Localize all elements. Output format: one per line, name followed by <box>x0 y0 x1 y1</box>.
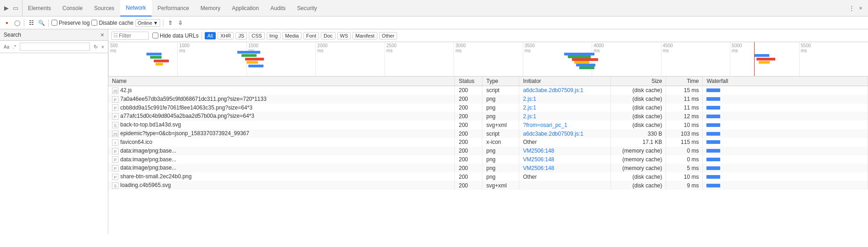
filter-type-doc[interactable]: Doc <box>321 32 336 39</box>
cell-initiator[interactable]: 2.js:1 <box>519 104 611 112</box>
close-devtools-icon[interactable]: × <box>857 5 864 12</box>
record-button[interactable]: ● <box>3 19 11 27</box>
cell-initiator[interactable]: ?from=osari_pc_1 <box>519 121 611 129</box>
tab-elements[interactable]: Elements <box>22 0 57 16</box>
file-type-icon: P <box>112 113 118 120</box>
filter-type-font[interactable]: Font <box>303 32 319 39</box>
tab-audits[interactable]: Audits <box>265 0 291 16</box>
inspect-icon[interactable]: ▶ <box>3 5 10 12</box>
cell-initiator[interactable]: a6dc3abe.2db07509.js:1 <box>519 129 611 138</box>
aa-option[interactable]: Aa <box>4 44 9 49</box>
tab-bar: ▶ ▭ Elements Console Sources Network Per… <box>0 0 868 16</box>
col-header-type[interactable]: Type <box>482 77 519 86</box>
tab-network[interactable]: Network <box>120 0 152 16</box>
disable-cache-label[interactable]: Disable cache <box>91 20 133 26</box>
tab-memory[interactable]: Memory <box>195 0 226 16</box>
filter-type-css[interactable]: CSS <box>249 32 265 39</box>
filter-type-other[interactable]: Other <box>379 32 398 39</box>
search-input[interactable] <box>22 44 88 50</box>
stop-button[interactable]: ◯ <box>13 19 21 27</box>
cell-initiator[interactable]: 2.js:1 <box>519 112 611 121</box>
cell-initiator[interactable]: VM2506:148 <box>519 155 611 164</box>
col-header-initiator[interactable]: Initiator <box>519 77 611 86</box>
table-row[interactable]: Pdata:image/png;base...200pngVM2506:148(… <box>108 155 868 164</box>
tab-application[interactable]: Application <box>226 0 265 16</box>
hide-data-urls-label[interactable]: Hide data URLs <box>152 33 199 39</box>
chart-bar <box>759 61 770 64</box>
table-row[interactable]: Sloading.c4b5965.svg200svg+xml(disk cach… <box>108 181 868 190</box>
initiator-link[interactable]: a6dc3abe.2db07509.js:1 <box>523 131 583 137</box>
table-row[interactable]: Pcbb8dd9a15c991fe7061f8ee14063c35.png?si… <box>108 104 868 112</box>
file-type-icon: P <box>112 96 118 103</box>
cell-initiator <box>519 181 611 190</box>
preserve-log-checkbox[interactable] <box>51 20 57 26</box>
device-icon[interactable]: ▭ <box>12 5 19 12</box>
filter-type-img[interactable]: Img <box>267 32 280 39</box>
initiator-link[interactable]: VM2506:148 <box>523 165 554 171</box>
table-row[interactable]: JSepidemic?type=0&cb=jsonp_1583370373924… <box>108 129 868 138</box>
cell-initiator[interactable]: VM2506:148 <box>519 164 611 172</box>
cell-type: script <box>482 129 519 138</box>
cell-initiator[interactable]: 2.js:1 <box>519 95 611 104</box>
initiator-link[interactable]: 2.js:1 <box>523 113 536 120</box>
tab-console[interactable]: Console <box>57 0 89 16</box>
filter-type-ws[interactable]: WS <box>337 32 351 39</box>
filter-button[interactable]: ☷ <box>27 19 35 27</box>
filter-type-js[interactable]: JS <box>235 32 247 39</box>
table-row[interactable]: Pdata:image/png;base...200pngVM2506:148(… <box>108 147 868 155</box>
hide-data-urls-checkbox[interactable] <box>152 33 158 38</box>
initiator-link[interactable]: a6dc3abe.2db07509.js:1 <box>523 87 583 93</box>
table-row[interactable]: Ifavicon64.ico200x-iconOther17.1 KB115 m… <box>108 138 868 147</box>
chart-tick: 3000 ms <box>454 42 455 77</box>
cell-type: script <box>482 86 519 95</box>
toolbar-sep-1 <box>24 19 24 27</box>
filter-type-manifest[interactable]: Manifest <box>353 32 377 39</box>
tab-security[interactable]: Security <box>291 0 323 16</box>
table-row[interactable]: P7a0a46ee57db3a595c9fd068671dc311.png?si… <box>108 95 868 104</box>
col-header-waterfall[interactable]: Waterfall <box>703 77 868 86</box>
col-header-time[interactable]: Time <box>666 77 703 86</box>
import-button[interactable]: ⇧ <box>166 19 174 27</box>
initiator-link[interactable]: VM2506:148 <box>523 148 554 154</box>
filter-type-media[interactable]: Media <box>282 32 302 39</box>
filter-input[interactable] <box>119 33 146 39</box>
cell-name: Pdata:image/png;base... <box>108 164 455 172</box>
chart-bar <box>245 58 264 60</box>
initiator-link[interactable]: 2.js:1 <box>523 104 536 111</box>
cell-name: JS42.js <box>108 86 455 95</box>
tab-sources[interactable]: Sources <box>89 0 120 16</box>
network-table[interactable]: Name Status Type Initiator Size Time Wat… <box>108 77 868 234</box>
disable-cache-checkbox[interactable] <box>91 20 97 26</box>
filter-type-xhr[interactable]: XHR <box>218 32 234 39</box>
requests-table: Name Status Type Initiator Size Time Wat… <box>108 77 868 190</box>
chart-tick: 2500 ms <box>385 42 386 77</box>
search-button[interactable]: 🔍 <box>37 19 45 27</box>
search-refresh-icon[interactable]: ↻ <box>94 44 98 50</box>
preserve-log-label[interactable]: Preserve log <box>51 20 90 26</box>
export-button[interactable]: ⇩ <box>176 19 185 27</box>
search-cancel-icon[interactable]: × <box>101 44 104 49</box>
table-row[interactable]: Sback-to-top.bd1a43d.svg200svg+xml?from=… <box>108 121 868 129</box>
more-icon[interactable]: ⋮ <box>848 5 855 12</box>
waterfall-bar <box>706 115 720 118</box>
initiator-link[interactable]: 2.js:1 <box>523 96 536 102</box>
cell-initiator[interactable]: a6dc3abe.2db07509.js:1 <box>519 86 611 95</box>
regex-option[interactable]: .* <box>13 44 16 49</box>
cell-initiator[interactable]: VM2506:148 <box>519 147 611 155</box>
cell-status: 200 <box>455 104 482 112</box>
col-header-name[interactable]: Name <box>108 77 455 86</box>
col-header-status[interactable]: Status <box>455 77 482 86</box>
table-row[interactable]: Pa77afc15d0c4b9d8045a2baa2d57b00a.png?si… <box>108 112 868 121</box>
initiator-link[interactable]: VM2506:148 <box>523 156 554 163</box>
filter-type-all[interactable]: All <box>205 32 216 39</box>
table-row[interactable]: Pshare-btn-small.2ec24b0.png200pngOther(… <box>108 172 868 181</box>
waterfall-bar <box>706 88 720 92</box>
col-header-size[interactable]: Size <box>611 77 666 86</box>
tab-performance[interactable]: Performance <box>152 0 195 16</box>
cell-name: Pdata:image/png;base... <box>108 155 455 164</box>
initiator-link[interactable]: ?from=osari_pc_1 <box>523 122 567 128</box>
table-row[interactable]: Pdata:image/png;base...200pngVM2506:148(… <box>108 164 868 172</box>
online-select[interactable]: Online ▼ <box>135 19 161 27</box>
search-close-button[interactable]: × <box>101 31 104 38</box>
table-row[interactable]: JS42.js200scripta6dc3abe.2db07509.js:1(d… <box>108 86 868 95</box>
